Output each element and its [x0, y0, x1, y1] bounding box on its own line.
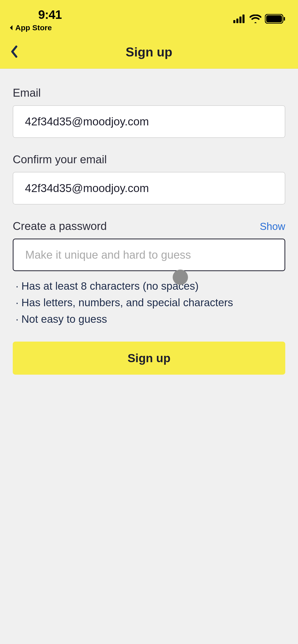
- chevron-left-icon: [11, 46, 18, 58]
- svg-rect-2: [236, 19, 238, 23]
- password-field-group: Create a password Show: [13, 220, 285, 271]
- confirm-email-field-group: Confirm your email: [13, 153, 285, 204]
- wifi-icon: [250, 14, 261, 23]
- password-requirement-item: ·Not easy to guess: [13, 311, 285, 327]
- password-requirements: ·Has at least 8 characters (no spaces) ·…: [13, 278, 285, 327]
- signal-icon: [233, 14, 246, 23]
- password-requirement-item: ·Has letters, numbers, and special chara…: [13, 294, 285, 311]
- battery-icon: [265, 14, 285, 24]
- password-input[interactable]: [13, 239, 285, 271]
- signup-form: Email Confirm your email Create a passwo…: [0, 69, 298, 375]
- svg-rect-1: [233, 20, 235, 23]
- appstore-back-link[interactable]: App Store: [9, 23, 52, 32]
- appstore-back-label: App Store: [15, 23, 52, 32]
- status-bar: 9:41 App Store: [0, 0, 298, 36]
- password-requirement-item: ·Has at least 8 characters (no spaces): [13, 278, 285, 294]
- page-header: Sign up: [0, 36, 298, 69]
- email-field-group: Email: [13, 86, 285, 138]
- status-icons: [233, 0, 285, 24]
- confirm-email-label: Confirm your email: [13, 153, 107, 166]
- back-button[interactable]: [11, 46, 18, 59]
- email-label: Email: [13, 86, 41, 99]
- signup-button[interactable]: Sign up: [13, 342, 285, 375]
- page-title: Sign up: [126, 45, 172, 60]
- confirm-email-input[interactable]: [13, 172, 285, 204]
- email-input[interactable]: [13, 105, 285, 138]
- svg-rect-7: [284, 17, 285, 21]
- password-label: Create a password: [13, 220, 107, 232]
- svg-rect-3: [239, 17, 241, 23]
- svg-rect-4: [242, 14, 245, 23]
- show-password-link[interactable]: Show: [260, 221, 285, 232]
- appstore-back-icon: [9, 25, 13, 31]
- svg-rect-6: [266, 15, 282, 22]
- status-time: 9:41: [38, 8, 62, 22]
